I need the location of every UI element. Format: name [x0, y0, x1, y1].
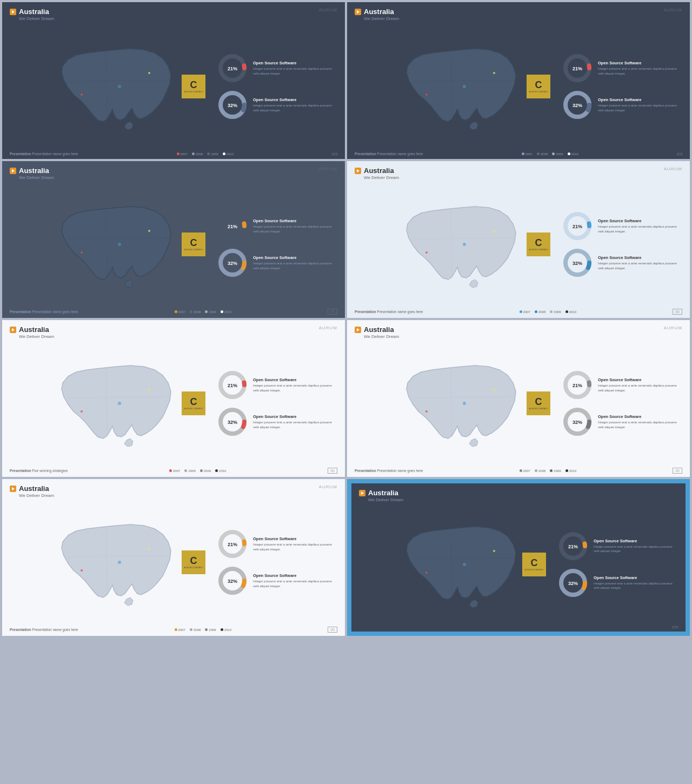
- footer-legend: 2007 2008 2009 2010: [175, 628, 231, 632]
- slide-title: Australia: [10, 167, 54, 175]
- slide-footer: Presentation Presentation name goes here…: [347, 150, 690, 159]
- slide-footer: Presentation Presentation name goes here…: [2, 307, 345, 318]
- svg-text:21%: 21%: [228, 66, 237, 71]
- map-area: C AURUM COMPANY: [6, 341, 216, 466]
- svg-text:32%: 32%: [228, 420, 237, 425]
- chart-item-1: 21% Open Source Software Integer posuere…: [557, 530, 676, 562]
- charts-area: 21% Open Source Software Integer posuere…: [216, 52, 341, 121]
- footer-legend: 2007 2008 2009 2010: [522, 152, 578, 156]
- logo-letter: C: [190, 396, 197, 408]
- donut-chart-2: 32%: [561, 247, 594, 279]
- header-left: Australia We Deliver Dream: [355, 325, 399, 339]
- legend-item: 2009: [550, 310, 561, 314]
- footer-page: 00: [673, 309, 682, 315]
- logo-letter: C: [531, 557, 538, 569]
- logo-letter: C: [535, 237, 542, 249]
- chart-item-1: 21% Open Source Software Integer posuere…: [216, 52, 335, 84]
- chart-item-2: 32% Open Source Software Integer posuere…: [216, 247, 335, 279]
- chart-desc-1: Integer posuere erat a ante venenatis da…: [598, 67, 680, 76]
- slide-subtitle: We Deliver Dream: [19, 16, 54, 21]
- svg-point-4: [118, 85, 121, 88]
- slide-footer: Presentation Presentation name goes here…: [2, 624, 345, 636]
- legend-item: 2007: [169, 469, 180, 473]
- header-left: Australia We Deliver Dream: [10, 167, 54, 180]
- donut-chart-2: 32%: [557, 567, 589, 599]
- footer-legend: 2007 2008 2009 2010: [520, 469, 576, 473]
- slide-subtitle: We Deliver Dream: [19, 175, 54, 180]
- map-area: C AURUM COMPANY: [6, 182, 216, 307]
- svg-point-68: [81, 569, 83, 572]
- slide-title: Australia: [10, 325, 54, 334]
- footer-legend: 2007 2008 2009 2010: [177, 152, 234, 156]
- svg-text:21%: 21%: [228, 383, 237, 388]
- slide-brand: AURUM: [319, 8, 337, 12]
- chart-item-2: 32% Open Source Software Integer posuere…: [561, 406, 680, 438]
- logo-sub: AURUM COMPANY: [184, 567, 203, 569]
- legend-item: 2010: [221, 310, 231, 314]
- chart-label-1: Open Source Software: [253, 377, 335, 382]
- legend-item: 2010: [565, 469, 576, 473]
- svg-text:32%: 32%: [573, 261, 582, 266]
- slide-title: Australia: [10, 8, 54, 16]
- slide-subtitle: We Deliver Dream: [19, 493, 54, 498]
- australia-map: [36, 196, 187, 293]
- chart-label-2: Open Source Software: [594, 575, 676, 580]
- donut-chart-1: 21%: [216, 528, 249, 560]
- chart-label-2: Open Source Software: [253, 97, 335, 102]
- chart-label-2: Open Source Software: [253, 414, 335, 419]
- legend-item: 2010: [221, 628, 231, 632]
- map-area: C AURUM COMPANY: [6, 500, 216, 624]
- legend-item: 2008: [537, 152, 548, 156]
- chart-info-2: Open Source Software Integer posuere era…: [598, 255, 680, 270]
- charts-area: 21% Open Source Software Integer posuere…: [216, 528, 341, 597]
- chart-item-1: 21% Open Source Software Integer posuere…: [216, 210, 335, 242]
- footer-presentation: Presentation Presentation name goes here: [10, 628, 78, 632]
- legend-item: 2007: [522, 152, 533, 156]
- chart-desc-1: Integer posuere erat a ante venenatis da…: [253, 542, 335, 552]
- slide-footer: Presentation Five winning strategies 200…: [2, 466, 345, 477]
- slide-title: Australia: [355, 8, 399, 16]
- svg-text:21%: 21%: [228, 542, 237, 547]
- footer-page: 00: [328, 627, 337, 633]
- header-left: Australia We Deliver Dream: [10, 8, 54, 21]
- svg-point-14: [493, 72, 495, 74]
- svg-point-25: [148, 230, 150, 232]
- slide-content: C AURUM COMPANY 21% Open Source Software…: [2, 500, 345, 624]
- logo-badge: C AURUM COMPANY: [522, 553, 546, 576]
- slide-brand: AURUM: [664, 8, 682, 12]
- play-icon: [10, 168, 16, 174]
- logo-letter: C: [535, 396, 542, 408]
- legend-item: 2008: [535, 469, 545, 473]
- chart-label-2: Open Source Software: [598, 97, 680, 102]
- footer-page: 00: [673, 468, 682, 474]
- svg-text:21%: 21%: [573, 66, 582, 71]
- svg-point-48: [118, 402, 121, 405]
- svg-point-57: [425, 410, 428, 413]
- charts-area: 21% Open Source Software Integer posuere…: [561, 369, 686, 438]
- svg-point-36: [493, 230, 495, 232]
- svg-point-58: [493, 389, 495, 391]
- logo-letter: C: [190, 237, 197, 249]
- charts-area: 21% Open Source Software Integer posuere…: [561, 210, 686, 279]
- footer-legend: 2007 2008 2009 2010: [175, 310, 231, 314]
- legend-item: 2008: [192, 152, 203, 156]
- slide-content: C AURUM COMPANY 21% Open Source Software…: [2, 23, 345, 150]
- donut-chart-2: 32%: [216, 564, 249, 597]
- svg-point-3: [148, 72, 150, 74]
- slide-header: Australia We Deliver Dream AURUM: [2, 320, 345, 341]
- logo-sub: AURUM COMPANY: [524, 569, 544, 572]
- svg-point-15: [463, 85, 466, 88]
- chart-label-2: Open Source Software: [253, 255, 335, 260]
- chart-desc-2: Integer posuere erat a ante venenatis da…: [253, 261, 335, 270]
- svg-point-80: [493, 550, 495, 552]
- australia-map: [381, 38, 532, 135]
- legend-item: 2009: [550, 469, 561, 473]
- legend-item: 2008: [535, 310, 545, 314]
- logo-badge: C AURUM COMPANY: [527, 391, 550, 415]
- chart-item-1: 21% Open Source Software Integer posuere…: [561, 210, 680, 242]
- slide-slide-4: Australia We Deliver Dream AURUM C AURUM…: [347, 161, 690, 318]
- chart-label-1: Open Source Software: [594, 539, 676, 543]
- slide-slide-8: Australia We Deliver Dream: [347, 479, 690, 636]
- donut-chart-1: 21%: [216, 52, 249, 84]
- chart-item-1: 21% Open Source Software Integer posuere…: [216, 528, 335, 560]
